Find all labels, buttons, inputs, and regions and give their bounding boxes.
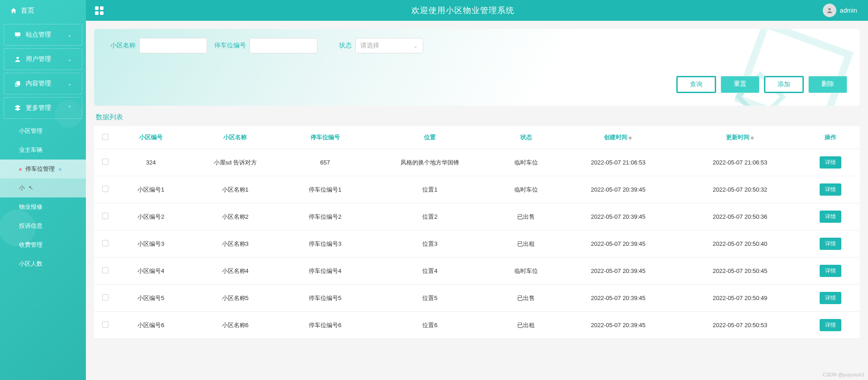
sub-label: 小 bbox=[19, 184, 25, 191]
sub-hover[interactable]: 小 ↖ bbox=[0, 178, 86, 197]
cell: 风格的换个地方华国锋 bbox=[365, 149, 495, 176]
sub-population[interactable]: 小区人数 bbox=[0, 254, 86, 273]
list-title: 数据列表 bbox=[96, 113, 860, 122]
select-status[interactable]: 请选择 ⌄ bbox=[355, 38, 423, 53]
cell: 停车位编号1 bbox=[285, 176, 365, 203]
cell: 停车位编号3 bbox=[285, 230, 365, 258]
sidebar: 首页 站点管理 ⌄ 用户管理 ⌄ 内容管理 ⌄ 更多管理 ⌃ 小区管理 业主车辆… bbox=[0, 0, 86, 347]
topbar: 欢迎使用小区物业管理系统 admin bbox=[86, 0, 868, 21]
label-status: 状态 bbox=[339, 42, 352, 50]
add-button[interactable]: 添加 bbox=[764, 76, 804, 93]
sub-label: 停车位管理 bbox=[25, 165, 55, 172]
col-update-time[interactable]: 更新时间◆ bbox=[679, 126, 801, 149]
checkbox-row[interactable] bbox=[102, 321, 108, 328]
sub-parking[interactable]: 停车位管理 bbox=[0, 160, 86, 178]
cell: 2022-05-07 20:50:40 bbox=[679, 230, 801, 258]
cell: 临时车位 bbox=[495, 258, 557, 285]
col-community-no[interactable]: 小区编号 bbox=[117, 126, 185, 149]
cell: 已出售 bbox=[495, 203, 557, 230]
detail-button[interactable]: 详情 bbox=[820, 156, 841, 169]
user-menu[interactable]: admin bbox=[823, 4, 857, 17]
chevron-down-icon: ⌄ bbox=[413, 42, 418, 49]
main: 小区名称 停车位编号 状态 请选择 ⌄ 查询 重置 添加 删除 数据列表 bbox=[86, 0, 868, 339]
cell: 位置2 bbox=[365, 203, 495, 230]
detail-button[interactable]: 详情 bbox=[820, 211, 841, 223]
checkbox-row[interactable] bbox=[102, 213, 108, 219]
detail-button[interactable]: 详情 bbox=[820, 183, 841, 196]
cell: 小区名称4 bbox=[185, 258, 285, 285]
cell: 2022-05-07 20:39:45 bbox=[557, 203, 679, 230]
detail-button[interactable]: 详情 bbox=[820, 292, 841, 304]
reset-button[interactable]: 重置 bbox=[721, 76, 760, 93]
checkbox-row[interactable] bbox=[102, 159, 108, 165]
cell: 小区编号3 bbox=[117, 230, 185, 258]
home-link[interactable]: 首页 bbox=[0, 0, 86, 21]
table-row: 小区编号1小区名称1停车位编号1位置1临时车位2022-05-07 20:39:… bbox=[94, 176, 860, 203]
cell: 2022-05-07 20:39:45 bbox=[557, 230, 679, 258]
cell: 2022-05-07 20:50:49 bbox=[679, 285, 801, 312]
cell: 2022-05-07 20:39:45 bbox=[557, 312, 679, 339]
col-action: 操作 bbox=[801, 126, 860, 149]
cell: 位置1 bbox=[365, 176, 495, 203]
menu-content[interactable]: 内容管理 ⌄ bbox=[4, 73, 82, 94]
cell: 临时车位 bbox=[495, 149, 557, 176]
cell: 2022-05-07 21:06:53 bbox=[679, 149, 801, 176]
search-panel: 小区名称 停车位编号 状态 请选择 ⌄ 查询 重置 添加 删除 bbox=[94, 29, 860, 106]
select-placeholder: 请选择 bbox=[360, 42, 379, 50]
person-icon bbox=[826, 7, 833, 14]
cell: 2022-05-07 20:50:36 bbox=[679, 203, 801, 230]
menu-label: 站点管理 bbox=[26, 31, 51, 39]
menu-site[interactable]: 站点管理 ⌄ bbox=[4, 24, 82, 46]
cell: 停车位编号6 bbox=[285, 312, 365, 339]
apps-icon[interactable] bbox=[95, 6, 104, 15]
sort-icon: ◆ bbox=[628, 135, 632, 140]
input-community-name[interactable] bbox=[139, 38, 207, 53]
cell: 2022-05-07 20:50:45 bbox=[679, 258, 801, 285]
menu-label: 更多管理 bbox=[26, 104, 51, 112]
checkbox-row[interactable] bbox=[102, 294, 108, 300]
detail-button[interactable]: 详情 bbox=[820, 238, 841, 250]
table-row: 小区编号3小区名称3停车位编号3位置3已出租2022-05-07 20:39:4… bbox=[94, 230, 860, 258]
col-parking-no[interactable]: 停车位编号 bbox=[285, 126, 365, 149]
sub-community[interactable]: 小区管理 bbox=[0, 122, 86, 141]
col-status[interactable]: 状态 bbox=[495, 126, 557, 149]
label-parking-no: 停车位编号 bbox=[214, 42, 246, 50]
sub-fee[interactable]: 收费管理 bbox=[0, 235, 86, 254]
sub-repair[interactable]: 物业报修 bbox=[0, 197, 86, 216]
username: admin bbox=[840, 7, 857, 14]
layers-icon bbox=[14, 104, 21, 112]
detail-button[interactable]: 详情 bbox=[820, 265, 841, 277]
copy-icon bbox=[14, 80, 21, 87]
checkbox-row[interactable] bbox=[102, 240, 108, 246]
cell: 小屋sd 告诉对方 bbox=[185, 149, 285, 176]
cell: 小区编号4 bbox=[117, 258, 185, 285]
cell: 已出租 bbox=[495, 230, 557, 258]
menu-user[interactable]: 用户管理 ⌄ bbox=[4, 48, 82, 70]
col-create-time[interactable]: 创建时间◆ bbox=[557, 126, 679, 149]
cell: 2022-05-07 20:39:45 bbox=[557, 258, 679, 285]
col-community-name[interactable]: 小区名称 bbox=[185, 126, 285, 149]
label-community-name: 小区名称 bbox=[110, 42, 136, 50]
table-row: 小区编号6小区名称6停车位编号6位置6已出租2022-05-07 20:39:4… bbox=[94, 312, 860, 339]
cell: 小区名称3 bbox=[185, 230, 285, 258]
dot-icon bbox=[59, 168, 61, 171]
menu-more[interactable]: 更多管理 ⌃ bbox=[4, 97, 82, 119]
cell: 停车位编号5 bbox=[285, 285, 365, 312]
sort-icon: ◆ bbox=[750, 135, 754, 140]
input-parking-no[interactable] bbox=[250, 38, 317, 53]
query-button[interactable]: 查询 bbox=[676, 76, 716, 93]
chevron-down-icon: ⌄ bbox=[67, 32, 72, 38]
checkbox-row[interactable] bbox=[102, 267, 108, 273]
cell: 小区名称6 bbox=[185, 312, 285, 339]
col-position[interactable]: 位置 bbox=[365, 126, 495, 149]
delete-button[interactable]: 删除 bbox=[808, 76, 847, 93]
sub-owner-car[interactable]: 业主车辆 bbox=[0, 141, 86, 160]
cell: 小区编号1 bbox=[117, 176, 185, 203]
sub-complaint[interactable]: 投诉信息 bbox=[0, 216, 86, 235]
table-row: 小区编号4小区名称4停车位编号4位置4临时车位2022-05-07 20:39:… bbox=[94, 258, 860, 285]
checkbox-all[interactable] bbox=[102, 134, 108, 140]
detail-button[interactable]: 详情 bbox=[820, 319, 841, 331]
checkbox-row[interactable] bbox=[102, 186, 108, 192]
cell: 已出租 bbox=[495, 312, 557, 339]
cell: 2022-05-07 20:39:45 bbox=[557, 176, 679, 203]
